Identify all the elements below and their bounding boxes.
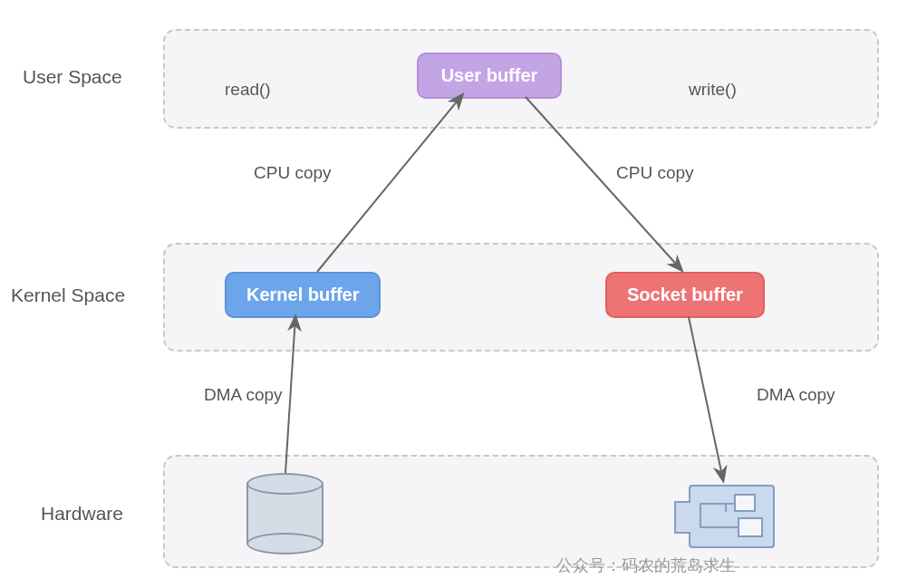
dma-copy-down-label: DMA copy	[757, 385, 835, 405]
cpu-copy-down-label: CPU copy	[616, 163, 694, 183]
socket-buffer-box: Socket buffer	[605, 272, 765, 318]
kernel-space-label: Kernel Space	[11, 284, 125, 306]
network-card-icon	[689, 485, 775, 548]
read-call-label: read()	[225, 80, 271, 100]
user-buffer-box: User buffer	[417, 53, 562, 99]
user-space-label: User Space	[23, 66, 122, 88]
kernel-buffer-box: Kernel buffer	[225, 272, 381, 318]
dma-copy-up-label: DMA copy	[204, 385, 283, 405]
watermark-text: 公众号：码农的荒岛求生	[556, 554, 736, 576]
disk-icon	[246, 473, 323, 554]
cpu-copy-up-label: CPU copy	[254, 163, 332, 183]
hardware-label: Hardware	[41, 503, 123, 525]
write-call-label: write()	[689, 80, 737, 100]
